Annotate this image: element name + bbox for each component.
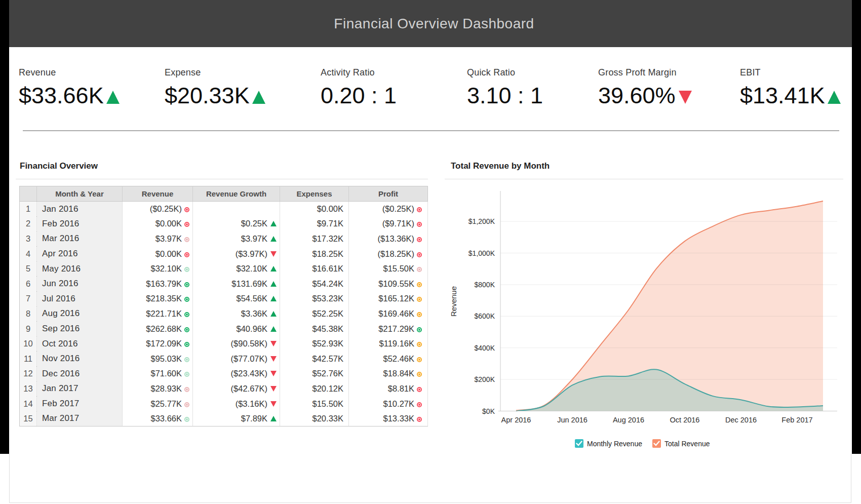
svg-text:Oct 2016: Oct 2016 [670,416,700,424]
svg-text:$600K: $600K [475,312,495,320]
svg-text:$200K: $200K [475,375,495,383]
svg-text:$1,000K: $1,000K [468,249,495,257]
svg-text:Aug 2016: Aug 2016 [613,416,644,424]
svg-text:Dec 2016: Dec 2016 [725,416,757,424]
svg-text:$0K: $0K [482,407,495,415]
svg-text:Feb 2017: Feb 2017 [781,416,812,424]
svg-text:Jun 2016: Jun 2016 [557,416,588,424]
svg-text:Apr 2016: Apr 2016 [501,416,531,424]
svg-text:$1,200K: $1,200K [468,217,495,225]
svg-text:$400K: $400K [475,344,495,352]
svg-text:Revenue: Revenue [449,286,458,317]
svg-text:$800K: $800K [475,281,495,289]
